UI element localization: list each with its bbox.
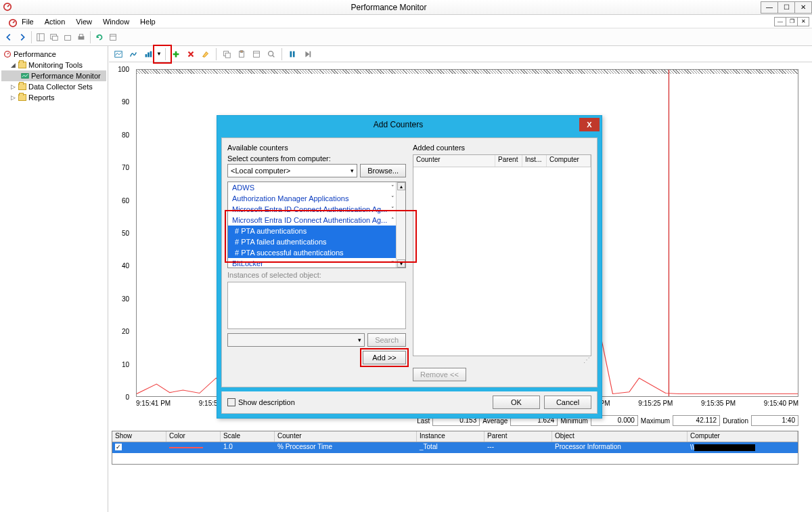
legend-table: Show Color Scale Counter Instance Parent…: [112, 431, 798, 465]
counter-label: ADWS: [232, 184, 254, 192]
tree-monitoring-tools[interactable]: ◢ Monitoring Tools: [1, 60, 106, 70]
mdi-restore-button[interactable]: ❐: [786, 17, 798, 26]
chevron-down-icon[interactable]: ˅: [391, 184, 394, 191]
stat-maximum-value: 42.112: [673, 415, 720, 426]
legend-hdr-object[interactable]: Object: [552, 431, 687, 442]
legend-hdr-instance[interactable]: Instance: [417, 431, 484, 442]
chevron-down-icon[interactable]: ˅: [391, 260, 394, 267]
counter-group[interactable]: ADWS˅: [228, 182, 405, 193]
menu-window[interactable]: Window: [97, 16, 135, 27]
added-hdr-parent[interactable]: Parent: [495, 155, 522, 167]
show-description-checkbox[interactable]: [227, 398, 235, 406]
properties-icon[interactable]: [107, 31, 119, 43]
menu-view[interactable]: View: [70, 16, 97, 27]
counter-list[interactable]: ADWS˅Authorization Manager Applications˅…: [227, 182, 406, 268]
menu-file[interactable]: File: [16, 16, 39, 27]
svg-rect-25: [290, 51, 292, 57]
svg-rect-18: [225, 53, 230, 58]
dialog-close-button[interactable]: X: [579, 118, 600, 131]
mdi-close-button[interactable]: ✕: [797, 17, 809, 26]
browse-button[interactable]: Browse...: [360, 164, 406, 177]
highlight-icon[interactable]: [199, 47, 212, 61]
y-tick: 50: [112, 230, 129, 237]
export-icon[interactable]: [62, 31, 74, 43]
menu-action[interactable]: Action: [39, 16, 71, 27]
dropdown-icon[interactable]: ▼: [156, 51, 162, 57]
collapse-icon[interactable]: ◢: [11, 62, 18, 68]
counter-group[interactable]: Microsoft Entra ID Connect Authenticatio…: [228, 204, 405, 215]
chevron-down-icon[interactable]: ˅: [391, 195, 394, 202]
y-tick: 40: [112, 262, 129, 270]
minimize-button[interactable]: —: [761, 1, 778, 14]
counter-group[interactable]: BitLocker˅: [228, 258, 405, 268]
properties-icon[interactable]: [250, 47, 263, 61]
added-hdr-computer[interactable]: Computer: [547, 155, 591, 167]
view-current-icon[interactable]: [112, 47, 125, 61]
legend-show-checkbox[interactable]: ✓: [115, 444, 122, 450]
chevron-up-icon[interactable]: ˄: [391, 217, 394, 223]
back-icon[interactable]: [3, 31, 15, 43]
legend-hdr-color[interactable]: Color: [166, 431, 221, 442]
tree-performance[interactable]: Performance: [1, 49, 106, 60]
added-counters-list[interactable]: Counter Parent Inst... Computer: [413, 154, 591, 356]
scroll-up-icon[interactable]: ▴: [397, 182, 405, 190]
legend-hdr-show[interactable]: Show: [112, 431, 166, 442]
delete-counter-button[interactable]: [184, 47, 198, 61]
added-hdr-inst[interactable]: Inst...: [522, 155, 547, 167]
counter-group[interactable]: Microsoft Entra ID Connect Authenticatio…: [228, 215, 405, 226]
zoom-icon[interactable]: [265, 47, 278, 61]
chevron-down-icon: ▾: [351, 167, 354, 174]
view-log-icon[interactable]: [127, 47, 140, 61]
resize-grip-icon[interactable]: ⋰: [413, 356, 591, 364]
computer-combo-value: <Local computer>: [231, 167, 290, 175]
legend-hdr-counter[interactable]: Counter: [275, 431, 417, 442]
add-counter-button[interactable]: [169, 47, 183, 61]
counter-group[interactable]: Authorization Manager Applications˅: [228, 193, 405, 204]
new-window-icon[interactable]: [48, 31, 60, 43]
instances-list[interactable]: [227, 282, 406, 329]
ok-button[interactable]: OK: [493, 396, 540, 409]
menu-help[interactable]: Help: [135, 16, 161, 27]
paste-icon[interactable]: [235, 47, 248, 61]
close-button[interactable]: ✕: [794, 1, 812, 14]
tree-data-collector-sets[interactable]: ▷ Data Collector Sets: [1, 81, 106, 92]
print-icon[interactable]: [75, 31, 87, 43]
dialog-titlebar[interactable]: Add Counters X: [217, 116, 602, 133]
counter-item[interactable]: # PTA failed authentications: [228, 236, 405, 247]
tree-performance-monitor[interactable]: Performance Monitor: [1, 70, 106, 81]
freeze-icon[interactable]: [286, 47, 299, 61]
scroll-down-icon[interactable]: ▾: [397, 259, 405, 268]
available-counters-pane: Available counters Select counters from …: [227, 144, 406, 381]
update-icon[interactable]: [300, 47, 314, 61]
svg-rect-27: [309, 51, 311, 57]
added-hdr-counter[interactable]: Counter: [413, 155, 495, 167]
instance-search-combo[interactable]: ▾: [227, 333, 365, 347]
chart-toolbar: ▼: [109, 46, 812, 62]
add-button[interactable]: Add >>: [363, 351, 406, 364]
remove-button[interactable]: Remove <<: [413, 368, 466, 381]
mdi-minimize-button[interactable]: —: [774, 17, 786, 26]
refresh-icon[interactable]: [93, 31, 106, 43]
counter-item[interactable]: # PTA authentications: [228, 226, 405, 236]
tree-data-collector-sets-label: Data Collector Sets: [28, 83, 93, 91]
svg-rect-9: [110, 34, 116, 40]
tree-reports[interactable]: ▷ Reports: [1, 92, 106, 103]
show-hide-tree-icon[interactable]: [35, 31, 47, 43]
legend-hdr-parent[interactable]: Parent: [484, 431, 552, 442]
forward-icon[interactable]: [16, 31, 28, 43]
expand-icon[interactable]: ▷: [11, 94, 18, 101]
expand-icon[interactable]: ▷: [11, 83, 18, 90]
legend-row[interactable]: ✓ 1.0 % Processor Time _Total --- Proces…: [112, 442, 798, 453]
computer-combo[interactable]: <Local computer> ▾: [227, 164, 357, 177]
counter-item[interactable]: # PTA successful authentications: [228, 247, 405, 258]
search-button[interactable]: Search: [367, 333, 406, 347]
copy-icon[interactable]: [220, 47, 233, 61]
counter-list-scrollbar[interactable]: ▴ ▾: [396, 182, 405, 268]
maximize-button[interactable]: ☐: [777, 1, 795, 14]
chevron-down-icon[interactable]: ˅: [391, 206, 394, 213]
chart-type-icon[interactable]: [141, 47, 155, 61]
window-title: Performance Monitor: [16, 3, 761, 12]
legend-hdr-computer[interactable]: Computer: [687, 431, 798, 442]
cancel-button[interactable]: Cancel: [544, 396, 591, 409]
legend-hdr-scale[interactable]: Scale: [221, 431, 275, 442]
